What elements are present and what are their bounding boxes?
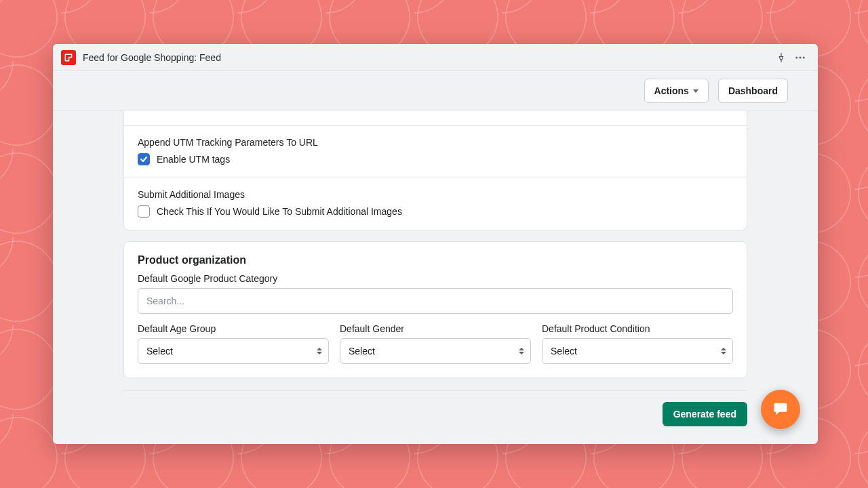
generate-feed-button[interactable]: Generate feed [663, 402, 747, 426]
dashboard-button-label: Dashboard [728, 85, 778, 96]
additional-images-checkbox-label: Check This If You Would Like To Submit A… [157, 206, 402, 217]
condition-field: Default Product Condition Select [542, 323, 733, 364]
gender-field: Default Gender Select [340, 323, 531, 364]
utm-checkbox-label: Enable UTM tags [157, 154, 230, 165]
actions-button[interactable]: Actions [644, 79, 709, 103]
footer-actions: Generate feed [123, 391, 747, 426]
content-area: Append UTM Tracking Parameters To URL En… [53, 110, 818, 444]
background-pattern: Feed for Google Shopping: Feed Actions D… [0, 0, 868, 488]
chat-icon [770, 399, 791, 420]
pin-icon[interactable] [772, 48, 791, 67]
chevron-down-icon [693, 89, 698, 93]
additional-images-checkbox[interactable] [138, 205, 150, 218]
app-window: Feed for Google Shopping: Feed Actions D… [53, 44, 818, 444]
product-organization-card: Product organization Default Google Prod… [123, 241, 747, 378]
app-logo-icon [61, 50, 76, 65]
generate-feed-label: Generate feed [673, 409, 736, 420]
utm-section-title: Append UTM Tracking Parameters To URL [138, 137, 733, 148]
age-group-label: Default Age Group [138, 323, 329, 334]
utm-checkbox[interactable] [138, 153, 150, 165]
title-bar: Feed for Google Shopping: Feed [53, 44, 818, 71]
card-top-spacer [124, 110, 747, 125]
svg-point-0 [795, 56, 797, 58]
app-title: Feed for Google Shopping: Feed [83, 52, 221, 63]
condition-select[interactable]: Select [542, 338, 733, 364]
chat-fab[interactable] [761, 390, 800, 429]
utm-checkbox-row: Enable UTM tags [138, 153, 733, 165]
select-row: Default Age Group Select Default Gender [138, 323, 733, 364]
toolbar: Actions Dashboard [53, 71, 818, 110]
utm-section: Append UTM Tracking Parameters To URL En… [124, 125, 747, 178]
additional-images-checkbox-row: Check This If You Would Like To Submit A… [138, 205, 733, 218]
age-group-select[interactable]: Select [138, 338, 329, 364]
dashboard-button[interactable]: Dashboard [718, 79, 788, 103]
divider [123, 390, 747, 391]
additional-images-title: Submit Additional Images [138, 189, 733, 200]
condition-label: Default Product Condition [542, 323, 733, 334]
age-group-field: Default Age Group Select [138, 323, 329, 364]
category-label: Default Google Product Category [138, 273, 733, 284]
gender-select[interactable]: Select [340, 338, 531, 364]
additional-images-section: Submit Additional Images Check This If Y… [124, 178, 747, 230]
category-search-input[interactable] [138, 288, 733, 314]
actions-button-label: Actions [654, 85, 689, 96]
svg-point-1 [800, 56, 802, 58]
gender-label: Default Gender [340, 323, 531, 334]
more-icon[interactable] [791, 48, 810, 67]
settings-card: Append UTM Tracking Parameters To URL En… [123, 110, 747, 230]
product-organization-heading: Product organization [138, 254, 733, 266]
svg-point-2 [803, 56, 805, 58]
